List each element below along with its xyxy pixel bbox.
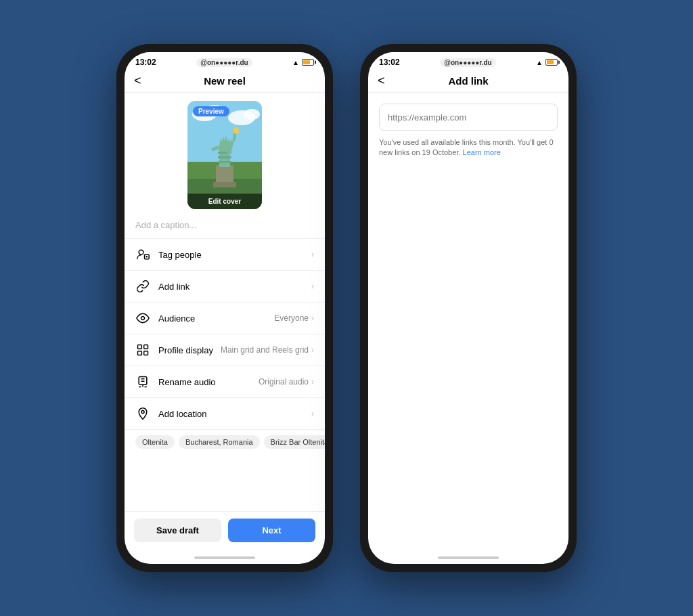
back-button-1[interactable]: <: [134, 74, 141, 88]
menu-item-tag-people[interactable]: Tag people ›: [125, 239, 325, 271]
rename-audio-label: Rename audio: [158, 377, 259, 387]
tag-people-label: Tag people: [158, 250, 311, 260]
menu-section: Tag people › Add link ›: [125, 239, 325, 430]
link-icon: [135, 279, 150, 294]
link-content: You've used all available links this mon…: [368, 93, 568, 169]
audio-icon: [135, 374, 150, 389]
audience-label: Audience: [158, 313, 274, 324]
reel-thumbnail[interactable]: Preview Edit cover: [187, 101, 262, 209]
preview-badge[interactable]: Preview: [193, 106, 229, 116]
phone-add-link: 13:02 @on●●●●●r.du ▲ < Add link: [360, 44, 577, 572]
add-link-label: Add link: [158, 282, 311, 292]
phone-new-reel: 13:02 @on●●●●●r.du ▲ < New reel: [116, 44, 333, 572]
time-1: 13:02: [135, 58, 156, 67]
status-bar-2: 13:02 @on●●●●●r.du ▲: [368, 52, 568, 70]
chip-oltenita[interactable]: Oltenita: [135, 435, 175, 449]
menu-item-add-link[interactable]: Add link ›: [125, 271, 325, 303]
svg-point-4: [244, 109, 260, 120]
svg-rect-30: [139, 377, 147, 385]
svg-rect-11: [218, 156, 231, 158]
next-button[interactable]: Next: [228, 519, 315, 542]
nav-header-2: < Add link: [368, 70, 568, 93]
home-indicator-2: [368, 552, 568, 564]
reel-preview-section: Preview Edit cover: [125, 93, 325, 215]
svg-point-31: [141, 410, 144, 413]
page-title-2: Add link: [448, 75, 488, 87]
add-location-label: Add location: [158, 409, 311, 419]
status-icons-1: ▲: [292, 59, 314, 66]
audience-value: Everyone: [274, 313, 309, 323]
status-icons-2: ▲: [536, 59, 558, 66]
eye-icon: [135, 311, 150, 326]
wifi-icon: ▲: [292, 59, 299, 66]
menu-item-audience[interactable]: Audience Everyone ›: [125, 303, 325, 334]
svg-rect-28: [138, 351, 142, 355]
username-2: @on●●●●●r.du: [440, 58, 496, 67]
learn-more-link[interactable]: Learn more: [463, 148, 501, 156]
menu-item-add-location[interactable]: Add location ›: [125, 398, 325, 430]
svg-rect-8: [213, 182, 236, 188]
link-hint: You've used all available links this mon…: [379, 137, 558, 158]
rename-audio-value: Original audio: [259, 377, 309, 387]
caption-input[interactable]: Add a caption...: [125, 215, 325, 239]
svg-rect-27: [144, 345, 148, 349]
svg-rect-29: [144, 351, 148, 355]
nav-header-1: < New reel: [125, 70, 325, 93]
svg-rect-12: [218, 161, 231, 163]
url-input-wrapper[interactable]: [379, 104, 558, 131]
battery-icon-1: [302, 59, 314, 66]
svg-point-25: [141, 317, 145, 320]
grid-icon: [135, 343, 150, 357]
svg-point-22: [139, 250, 143, 255]
wifi-icon-2: ▲: [536, 59, 543, 66]
status-bar-1: 13:02 @on●●●●●r.du ▲: [125, 52, 325, 70]
username-1: @on●●●●●r.du: [196, 58, 252, 67]
svg-point-24: [146, 256, 148, 258]
chip-bucharest[interactable]: Bucharest, Romania: [179, 435, 260, 449]
profile-display-label: Profile display: [158, 345, 221, 355]
url-input[interactable]: [388, 112, 549, 123]
svg-rect-26: [138, 345, 142, 349]
time-2: 13:02: [379, 58, 400, 67]
screen-content-2: You've used all available links this mon…: [368, 93, 568, 552]
chip-brizz[interactable]: Brizz Bar Oltenita: [264, 435, 325, 449]
svg-point-16: [233, 127, 239, 134]
battery-icon-2: [545, 59, 558, 66]
page-title-1: New reel: [204, 75, 246, 87]
menu-item-rename-audio[interactable]: Rename audio Original audio ›: [125, 366, 325, 398]
location-chips: Oltenita Bucharest, Romania Brizz Bar Ol…: [125, 430, 325, 454]
person-tag-icon: [135, 247, 150, 262]
screen-content-1: Preview Edit cover Add a caption...: [125, 93, 325, 511]
profile-display-value: Main grid and Reels grid: [221, 345, 309, 355]
bottom-actions: Save draft Next: [125, 511, 325, 552]
edit-cover-badge[interactable]: Edit cover: [187, 194, 262, 209]
location-icon: [135, 406, 150, 421]
back-button-2[interactable]: <: [378, 74, 385, 88]
menu-item-profile-display[interactable]: Profile display Main grid and Reels grid…: [125, 334, 325, 366]
home-indicator-1: [125, 552, 325, 564]
save-draft-button[interactable]: Save draft: [134, 519, 221, 542]
